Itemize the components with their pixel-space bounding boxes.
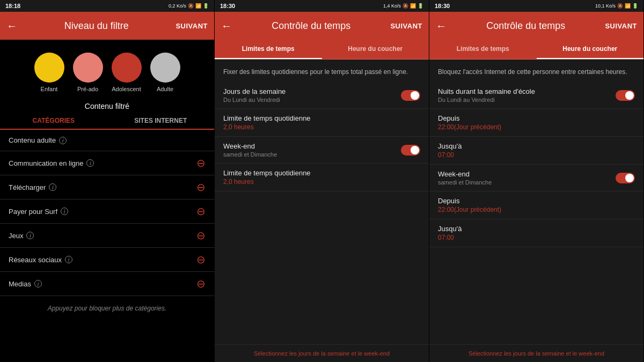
toggle-weekend-2[interactable] [401, 145, 420, 156]
toggle-weekend-3[interactable] [616, 173, 635, 183]
row-jusqua-weekday[interactable]: Jusqu'à 07:00 [429, 137, 643, 165]
add-more-categories[interactable]: Appuyez pour bloquer plus de catégories. [0, 296, 214, 321]
wifi-icon-1: 📶 [195, 3, 201, 9]
mute-icon-1: 🔕 [188, 3, 194, 9]
row-title-depuis-weekend: Depuis [438, 197, 501, 205]
info-icon-reseaux[interactable]: i [65, 256, 72, 263]
panel-time-control-2: 18:30 10,1 Ko/s 🔕 📶 🔋 ← Contrôle du temp… [429, 0, 644, 362]
info-icon-payer-surf[interactable]: i [61, 208, 68, 215]
avatar-circle-adolescent [112, 53, 142, 83]
suivant-button-3[interactable]: SUIVANT [605, 22, 637, 30]
avatar-label-preado: Pré-ado [77, 86, 98, 92]
remove-icon-payer-surf[interactable]: ⊖ [196, 206, 206, 217]
category-telecharger[interactable]: Télécharger i ⊖ [0, 175, 214, 200]
row-weekend-2[interactable]: Week-end samedi et Dimanche [215, 137, 429, 164]
mute-icon-3: 🔕 [617, 3, 623, 9]
back-button-3[interactable]: ← [436, 20, 447, 32]
bottom-text-2: Sélectionnez les jours de la semaine et … [223, 350, 420, 357]
row-value-limite-weekend-2: 2,0 heures [223, 178, 311, 186]
row-limite-quotidienne-weekend-2[interactable]: Limite de temps quotidienne 2,0 heures [215, 164, 429, 191]
row-value-depuis-weekend: 22:00(Jour précédent) [438, 206, 501, 213]
time-content-3: Bloquez l'accès Internet de cette person… [429, 60, 643, 344]
remove-icon-reseaux[interactable]: ⊖ [196, 254, 206, 265]
network-speed-3: 10,1 Ko/s [595, 3, 616, 9]
status-icons-2: 1,4 Ko/s 🔕 📶 🔋 [383, 3, 423, 9]
row-sub-weekend-2: samedi et Dimanche [223, 151, 277, 158]
section-title-filtered: Contenu filtré [0, 97, 214, 113]
avatar-adulte[interactable]: Adulte [150, 53, 180, 92]
row-depuis-weekday[interactable]: Depuis 22:00(Jour précédent) [429, 109, 643, 137]
bottom-text-3: Sélectionnez les jours de la semaine et … [438, 350, 635, 357]
avatar-enfant[interactable]: Enfant [34, 53, 64, 92]
category-contenu-adulte[interactable]: Contenu adulte i [0, 130, 214, 151]
network-speed-2: 1,4 Ko/s [383, 3, 401, 9]
top-bar-2: ← Contrôle du temps SUIVANT [215, 12, 429, 40]
row-weekend-3[interactable]: Week-end samedi et Dimanche [429, 165, 643, 191]
time-tabs-2: Limites de temps Heure du coucher [215, 40, 429, 60]
tab-categories[interactable]: Catégories [0, 113, 107, 130]
category-name-payer-surf: Payer pour Surf [9, 208, 57, 216]
row-title-jusqua-weekend: Jusqu'à [438, 225, 462, 233]
back-button-2[interactable]: ← [221, 20, 232, 32]
status-icons-1: 0,2 Ko/s 🔕 📶 🔋 [169, 3, 209, 9]
wifi-icon-2: 📶 [410, 3, 416, 9]
page-title-2: Contrôle du temps [232, 20, 390, 32]
avatar-circle-adulte [150, 53, 180, 83]
category-payer-surf[interactable]: Payer pour Surf i ⊖ [0, 200, 214, 224]
row-limite-quotidienne-weekday-2[interactable]: Limite de temps quotidienne 2,0 heures [215, 109, 429, 137]
tab-limites-temps-2[interactable]: Limites de temps [215, 40, 322, 59]
avatar-row: Enfant Pré-ado Adolescent Adulte [0, 40, 214, 97]
network-speed-1: 0,2 Ko/s [169, 3, 186, 9]
remove-icon-telecharger[interactable]: ⊖ [196, 182, 206, 193]
battery-icon-2: 🔋 [418, 3, 423, 9]
category-reseaux[interactable]: Réseaux sociaux i ⊖ [0, 248, 214, 272]
row-value-jusqua-weekend: 07:00 [438, 234, 462, 241]
page-title-1: Niveau du filtre [17, 20, 175, 32]
back-button-1[interactable]: ← [6, 20, 17, 32]
row-jours-semaine-2[interactable]: Jours de la semaine Du Lundi au Vendredi [215, 82, 429, 109]
status-time-1: 18:18 [5, 3, 20, 9]
tab-heure-coucher-3[interactable]: Heure du coucher [537, 40, 644, 59]
row-title-weekend-3: Week-end [438, 170, 492, 178]
row-value-limite-weekday-2: 2,0 heures [223, 123, 311, 131]
category-communication[interactable]: Communication en ligne i ⊖ [0, 151, 214, 175]
tabs-filter: Catégories Sites Internet [0, 113, 214, 130]
remove-icon-jeux[interactable]: ⊖ [196, 230, 206, 241]
tab-sites-internet[interactable]: Sites Internet [107, 113, 215, 129]
toggle-nuits-semaine[interactable] [616, 90, 635, 101]
category-name-jeux: Jeux [9, 232, 23, 240]
row-jusqua-weekend[interactable]: Jusqu'à 07:00 [429, 219, 643, 247]
tab-heure-coucher-2[interactable]: Heure du coucher [322, 40, 429, 59]
page-title-3: Contrôle du temps [447, 20, 605, 32]
category-name-telecharger: Télécharger [9, 183, 46, 191]
category-name-contenu-adulte: Contenu adulte [9, 136, 56, 144]
remove-icon-communication[interactable]: ⊖ [196, 158, 206, 168]
avatar-preado[interactable]: Pré-ado [73, 53, 103, 92]
info-icon-communication[interactable]: i [86, 159, 94, 167]
row-sub-weekend-3: samedi et Dimanche [438, 179, 492, 186]
row-nuits-semaine[interactable]: Nuits durant la semaine d'école Du Lundi… [429, 82, 643, 109]
suivant-button-2[interactable]: SUIVANT [390, 22, 422, 30]
category-name-medias: Medias [9, 280, 31, 288]
info-icon-contenu-adulte[interactable]: i [59, 137, 67, 144]
wifi-icon-3: 📶 [625, 3, 631, 9]
row-depuis-weekend[interactable]: Depuis 22:00(Jour précédent) [429, 191, 643, 219]
row-title-limite-weekend-2: Limite de temps quotidienne [223, 169, 311, 177]
status-time-3: 18:30 [435, 3, 450, 9]
bottom-bar-3: Sélectionnez les jours de la semaine et … [429, 344, 643, 362]
tab-limites-temps-3[interactable]: Limites de temps [429, 40, 537, 59]
row-title-jours-semaine-2: Jours de la semaine [223, 87, 286, 95]
suivant-button-1[interactable]: SUIVANT [175, 22, 208, 30]
status-time-2: 18:30 [220, 3, 235, 9]
info-icon-jeux[interactable]: i [26, 232, 34, 239]
toggle-jours-semaine-2[interactable] [401, 90, 420, 101]
info-icon-telecharger[interactable]: i [49, 183, 56, 191]
battery-icon-1: 🔋 [203, 3, 209, 9]
remove-icon-medias[interactable]: ⊖ [196, 278, 206, 289]
row-title-limite-weekday-2: Limite de temps quotidienne [223, 114, 311, 122]
category-medias[interactable]: Medias i ⊖ [0, 272, 214, 296]
category-jeux[interactable]: Jeux i ⊖ [0, 224, 214, 248]
avatar-adolescent[interactable]: Adolescent [112, 53, 142, 92]
info-icon-medias[interactable]: i [34, 280, 42, 287]
battery-icon-3: 🔋 [632, 3, 638, 9]
